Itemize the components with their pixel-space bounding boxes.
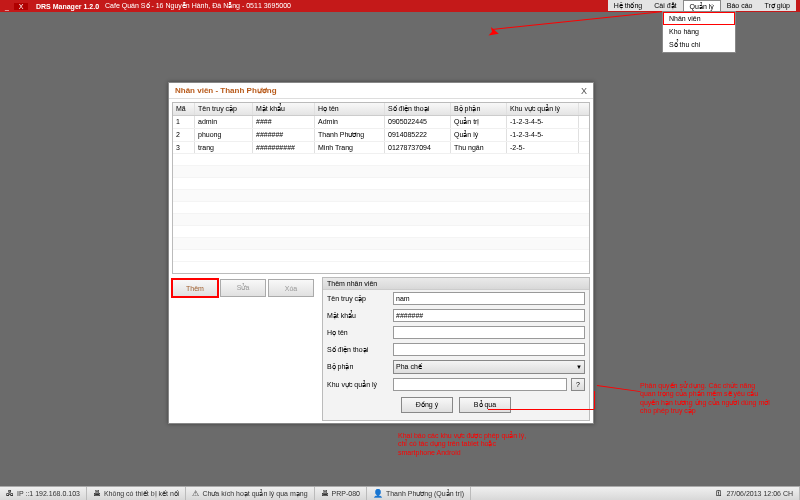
status-ip: 🖧IP ::1 192.168.0.103 — [0, 487, 87, 500]
table-row[interactable]: 1admin####Admin0905022445Quản trị-1-2-3-… — [173, 116, 589, 129]
dropdown-so-thu-chi[interactable]: Sổ thu chi — [663, 38, 735, 52]
menu-dropdown: Nhân viên Kho hàng Sổ thu chi — [662, 11, 736, 53]
chevron-down-icon: ▼ — [576, 364, 582, 370]
menu-quan-ly[interactable]: Quản lý — [683, 0, 721, 11]
annotation-line — [594, 391, 595, 409]
annotation-line — [492, 10, 671, 30]
dialog-titlebar: Nhân viên - Thanh Phương X — [169, 83, 593, 99]
user-icon: 👤 — [373, 489, 383, 498]
input-ten-truy-cap[interactable] — [393, 292, 585, 305]
minimize-button[interactable]: _ — [0, 3, 14, 10]
app-subtitle: Cafe Quán Số - 16 Nguyễn Hành, Đà Nẵng -… — [105, 2, 291, 10]
col-mat-khau[interactable]: Mật khẩu — [253, 103, 315, 115]
dialog-close-button[interactable]: X — [581, 86, 587, 96]
calendar-icon: 🗓 — [715, 489, 723, 498]
col-dien-thoai[interactable]: Số điện thoại — [385, 103, 451, 115]
status-device: 🖶Không có thiết bị kết nối — [87, 487, 186, 500]
printer-icon: 🖶 — [321, 489, 329, 498]
col-ho-ten[interactable]: Họ tên — [315, 103, 385, 115]
label-bo-phan: Bộ phận — [327, 363, 389, 371]
table-row[interactable]: 2phuong#######Thanh Phương0914085222Quản… — [173, 129, 589, 142]
label-khu-vuc: Khu vực quản lý — [327, 381, 389, 389]
input-dien-thoai[interactable] — [393, 343, 585, 356]
device-icon: 🖶 — [93, 489, 101, 498]
them-button[interactable]: Thêm — [172, 279, 218, 297]
help-button[interactable]: ? — [571, 378, 585, 391]
status-time: 🗓27/06/2013 12:06 CH — [709, 487, 800, 500]
annotation-arrow-icon: ➤ — [486, 23, 502, 42]
dialog-title: Nhân viên - Thanh Phương — [175, 86, 277, 95]
xoa-button[interactable]: Xóa — [268, 279, 314, 297]
cancel-button[interactable]: Bỏ qua — [459, 397, 511, 413]
app-title: DRS Manager 1.2.0 — [36, 3, 99, 10]
add-employee-form: Thêm nhân viên Tên truy cập Mật khẩu Họ … — [322, 277, 590, 421]
menu-cai-dat[interactable]: Cài đặt — [648, 0, 682, 11]
employee-grid[interactable]: Mã Tên truy cập Mật khẩu Họ tên Số điện … — [172, 102, 590, 274]
input-ho-ten[interactable] — [393, 326, 585, 339]
label-ten-truy-cap: Tên truy cập — [327, 295, 389, 303]
annotation-text-2: Phân quyền sử dụng. Các chức năng quan t… — [640, 382, 770, 416]
sua-button[interactable]: Sửa — [220, 279, 266, 297]
menu-tro-giup[interactable]: Trợ giúp — [758, 0, 796, 11]
dialog-nhan-vien: Nhân viên - Thanh Phương X Mã Tên truy c… — [168, 82, 594, 424]
col-ten-truy-cap[interactable]: Tên truy cập — [195, 103, 253, 115]
ok-button[interactable]: Đồng ý — [401, 397, 453, 413]
menu-he-thong[interactable]: Hệ thống — [608, 0, 649, 11]
col-khu-vuc[interactable]: Khu vực quản lý — [507, 103, 579, 115]
input-mat-khau[interactable] — [393, 309, 585, 322]
input-khu-vuc[interactable] — [393, 378, 567, 391]
network-icon: 🖧 — [6, 489, 14, 498]
close-button[interactable]: X — [14, 3, 28, 10]
col-bo-phan[interactable]: Bộ phận — [451, 103, 507, 115]
menu-bar: Hệ thống Cài đặt Quản lý Báo cáo Trợ giú… — [608, 0, 796, 12]
status-network: ⚠Chưa kích hoạt quản lý qua mạng — [186, 487, 314, 500]
action-buttons: Thêm Sửa Xóa — [172, 277, 322, 421]
select-bo-phan[interactable]: Pha chế▼ — [393, 360, 585, 374]
menu-bao-cao[interactable]: Báo cáo — [721, 0, 759, 11]
dropdown-nhan-vien[interactable]: Nhân viên — [663, 12, 735, 25]
label-ho-ten: Họ tên — [327, 329, 389, 337]
annotation-text-1: Khai báo các khu vực được phép quản lý, … — [398, 432, 532, 457]
grid-header: Mã Tên truy cập Mật khẩu Họ tên Số điện … — [173, 103, 589, 116]
form-title: Thêm nhân viên — [323, 278, 589, 290]
status-prp: 🖶PRP-080 — [315, 487, 367, 500]
col-ma[interactable]: Mã — [173, 103, 195, 115]
warning-icon: ⚠ — [192, 489, 199, 498]
label-dien-thoai: Số điện thoại — [327, 346, 389, 354]
status-bar: 🖧IP ::1 192.168.0.103 🖶Không có thiết bị… — [0, 486, 800, 500]
label-mat-khau: Mật khẩu — [327, 312, 389, 320]
annotation-line — [597, 385, 641, 392]
table-row[interactable]: 3trang##########Minh Trang01278737094Thu… — [173, 142, 589, 154]
status-user: 👤Thanh Phương (Quản trị) — [367, 487, 471, 500]
dropdown-kho-hang[interactable]: Kho hàng — [663, 25, 735, 38]
